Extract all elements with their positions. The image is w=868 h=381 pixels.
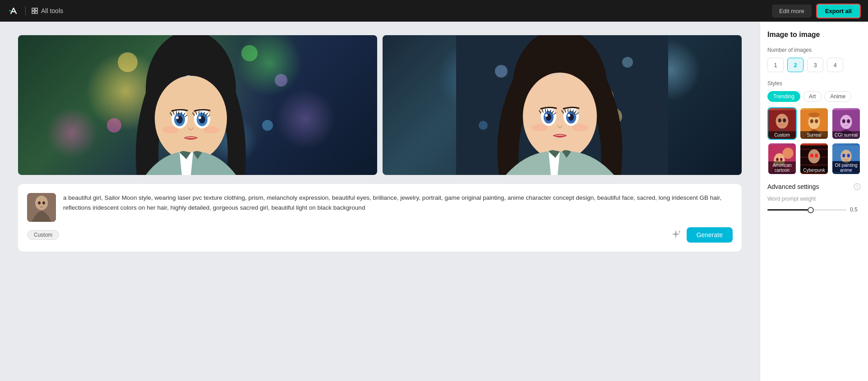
svg-point-61	[780, 158, 782, 161]
advanced-settings-header: Advanced settings	[767, 183, 861, 190]
svg-point-46	[776, 114, 789, 129]
tab-anime[interactable]: Anime	[824, 91, 851, 102]
style-cgi-label: CGI surreal	[832, 131, 860, 139]
svg-point-54	[840, 115, 852, 129]
topbar-right: Edit more Export all	[772, 4, 861, 18]
prompt-area: a beautiful girl, Sailor Moon style, wea…	[18, 184, 742, 252]
svg-point-4	[275, 74, 287, 87]
word-prompt-weight-label: Word prompt weight	[767, 196, 861, 202]
svg-point-64	[808, 149, 820, 163]
style-american-label: American cartoon	[768, 161, 796, 174]
style-custom-label: Custom	[768, 131, 796, 139]
styles-label: Styles	[767, 80, 861, 87]
svg-point-21	[203, 126, 219, 133]
sparkle-icon[interactable]	[669, 229, 682, 241]
slider-value: 0.5	[850, 207, 861, 213]
num-images-row: 1 2 3 4	[767, 58, 861, 72]
images-row	[18, 35, 742, 175]
style-cyberpunk-label: Cyberpunk	[800, 166, 828, 174]
topbar-divider	[25, 6, 26, 15]
style-oil-painting-anime[interactable]: Oil painting anime	[831, 142, 861, 175]
settings-toggle-icon[interactable]	[854, 183, 861, 190]
svg-point-47	[778, 119, 781, 123]
svg-point-3	[241, 45, 258, 61]
svg-point-34	[545, 114, 548, 117]
generated-image-1[interactable]	[18, 35, 377, 175]
style-custom[interactable]: Custom	[767, 107, 797, 140]
num-images-1[interactable]: 1	[767, 58, 784, 72]
generate-button[interactable]: Generate	[687, 227, 733, 243]
svg-point-66	[815, 154, 818, 158]
svg-point-75	[847, 154, 850, 157]
style-cyberpunk[interactable]: Cyberpunk	[799, 142, 829, 175]
svg-point-19	[199, 116, 201, 119]
all-tools-label: All tools	[41, 7, 63, 14]
num-images-4[interactable]: 4	[827, 58, 843, 72]
panel-title: Image to image	[767, 31, 861, 39]
svg-point-25	[495, 65, 508, 78]
style-surreal[interactable]: Surreal	[799, 107, 829, 140]
slider-thumb[interactable]	[808, 207, 814, 213]
prompt-actions: Custom Generate	[27, 227, 733, 243]
main-layout: a beautiful girl, Sailor Moon style, wea…	[0, 22, 868, 381]
num-images-2[interactable]: 2	[787, 58, 803, 72]
svg-point-29	[523, 73, 597, 160]
tab-art[interactable]: Art	[803, 91, 822, 102]
topbar-left: All tools	[7, 5, 63, 17]
svg-point-5	[107, 118, 121, 133]
svg-point-52	[815, 119, 818, 123]
svg-point-48	[783, 119, 786, 123]
style-tabs: Trending Art Anime	[767, 91, 861, 102]
svg-point-6	[262, 120, 273, 131]
prompt-buttons: Generate	[669, 227, 733, 243]
num-images-3[interactable]: 3	[807, 58, 823, 72]
export-all-button[interactable]: Export all	[816, 4, 861, 18]
svg-point-39	[531, 124, 548, 131]
center-content: a beautiful girl, Sailor Moon style, wea…	[0, 22, 760, 381]
advanced-settings-label: Advanced settings	[767, 183, 819, 190]
svg-point-40	[572, 124, 588, 131]
app-logo[interactable]	[7, 5, 20, 17]
prompt-text: a beautiful girl, Sailor Moon style, wea…	[63, 193, 733, 212]
all-tools-nav[interactable]: All tools	[31, 7, 63, 14]
svg-point-65	[810, 154, 813, 158]
slider-row: 0.5	[767, 207, 861, 213]
style-cgi-surreal[interactable]: CGI surreal	[831, 107, 861, 140]
generated-image-2[interactable]	[383, 35, 742, 175]
num-images-label: Number of images	[767, 47, 861, 53]
svg-point-60	[776, 158, 778, 161]
slider-track[interactable]	[767, 209, 846, 211]
svg-point-43	[38, 202, 41, 205]
style-tag[interactable]: Custom	[27, 230, 59, 240]
svg-point-15	[176, 116, 179, 119]
right-panel: Image to image Number of images 1 2 3 4 …	[760, 22, 868, 381]
svg-point-2	[118, 52, 138, 72]
svg-point-78	[857, 188, 858, 188]
thumbnail-image	[27, 193, 56, 222]
prompt-row: a beautiful girl, Sailor Moon style, wea…	[27, 193, 733, 222]
style-surreal-label: Surreal	[800, 131, 828, 139]
svg-point-38	[568, 114, 570, 117]
svg-point-44	[42, 202, 45, 205]
source-image-thumbnail[interactable]	[27, 193, 56, 222]
svg-point-27	[479, 121, 488, 130]
svg-point-26	[622, 57, 633, 68]
tab-trending[interactable]: Trending	[767, 91, 800, 102]
svg-point-20	[162, 126, 179, 133]
svg-point-51	[810, 119, 813, 123]
svg-point-74	[842, 154, 845, 157]
edit-more-button[interactable]: Edit more	[772, 5, 812, 18]
style-oil-label: Oil painting anime	[832, 161, 860, 174]
style-grid: Custom Surreal	[767, 107, 861, 175]
svg-point-10	[155, 76, 227, 161]
svg-point-42	[35, 196, 48, 210]
slider-fill	[767, 209, 811, 211]
style-american-cartoon[interactable]: American cartoon	[767, 142, 797, 175]
svg-point-55	[842, 119, 845, 123]
topbar: All tools Edit more Export all	[0, 0, 868, 22]
svg-point-56	[847, 119, 850, 123]
